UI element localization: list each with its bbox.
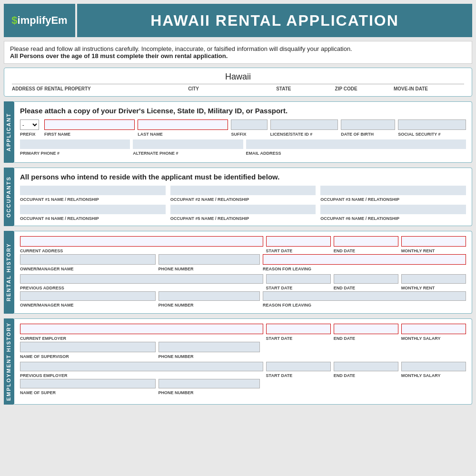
occ5-input[interactable] <box>170 205 316 214</box>
curr-start-label: START DATE <box>266 248 331 253</box>
occ6-input[interactable] <box>320 205 466 214</box>
prev-phone-group: PHONE NUMBER <box>159 291 260 307</box>
current-address-row: CURRENT ADDRESS START DATE END DATE MONT… <box>20 236 466 253</box>
firstname-group: FIRST NAME <box>44 119 135 137</box>
prev-phone-label: PHONE NUMBER <box>159 303 260 307</box>
prev-addr-input[interactable] <box>20 274 263 284</box>
logo-box: $implifyEm <box>4 4 75 37</box>
occ3-input[interactable] <box>320 186 466 195</box>
movein-label: MOVE-IN DATE <box>394 86 464 91</box>
prev-emp-group: PREVIOUS EMPLOYER <box>20 362 263 378</box>
applicant-section: APPLICANT Please attach a copy of your D… <box>4 101 472 163</box>
super-phone-input[interactable] <box>159 342 260 352</box>
curr-addr-label: CURRENT ADDRESS <box>20 248 263 253</box>
prev-reason-label: REASON FOR LEAVING <box>263 303 466 307</box>
applicant-side-label: APPLICANT <box>4 101 14 163</box>
prev-owner-group: OWNER/MANAGER NAME <box>20 291 156 307</box>
lastname-label: LAST NAME <box>138 132 228 137</box>
prev-emp-end-label: END DATE <box>334 373 398 378</box>
prev-owner-input[interactable] <box>20 291 156 301</box>
prev-reason-input[interactable] <box>263 291 466 301</box>
dob-label: DATE OF BIRTH <box>341 132 395 137</box>
occ2-input[interactable] <box>170 186 316 195</box>
owner-row: OWNER/MANAGER NAME PHONE NUMBER REASON F… <box>20 254 466 271</box>
phone-input[interactable] <box>159 254 260 265</box>
emp-salary-input[interactable] <box>401 324 466 334</box>
super-group: NAME OF SUPERVISOR <box>20 342 156 359</box>
prev-super-phone-label: PHONE NUMBER <box>159 390 260 395</box>
super-input[interactable] <box>20 342 156 352</box>
owner-input[interactable] <box>20 254 156 265</box>
emp-start-input[interactable] <box>266 324 331 334</box>
emp-end-input[interactable] <box>334 324 398 334</box>
prev-end-label: END DATE <box>334 286 398 290</box>
curr-addr-group: CURRENT ADDRESS <box>20 236 263 253</box>
dob-input[interactable] <box>341 119 395 130</box>
prev-end-input[interactable] <box>334 274 398 284</box>
prev-super-phone-input[interactable] <box>159 379 260 388</box>
prefix-select[interactable]: - Mr. Ms. Mrs. Dr. <box>20 119 39 130</box>
prev-owner-row: OWNER/MANAGER NAME PHONE NUMBER REASON F… <box>20 291 466 307</box>
prev-phone-input[interactable] <box>159 291 260 301</box>
licenseid-input[interactable] <box>270 119 338 130</box>
curr-addr-input[interactable] <box>20 236 263 247</box>
prev-start-group: START DATE <box>266 274 331 290</box>
title-box: HAWAII RENTAL APPLICATION <box>77 4 472 37</box>
occ4-label: OCCUPANT #4 NAME / RELATIONSHIP <box>20 216 166 221</box>
prev-rent-group: MONTHLY RENT <box>401 274 466 290</box>
occupants-side-label: OCCUPANTS <box>4 168 14 226</box>
zip-label: ZIP CODE <box>335 86 394 91</box>
suffix-input[interactable] <box>231 119 267 130</box>
prev-super-label: NAME OF SUPER <box>20 390 156 395</box>
prev-emp-label: PREVIOUS EMPLOYER <box>20 373 263 378</box>
curr-rent-label: MONTHLY RENT <box>401 248 466 253</box>
owner-label: OWNER/MANAGER NAME <box>20 267 156 271</box>
logo: $implifyEm <box>11 14 67 27</box>
occ4-input[interactable] <box>20 205 166 214</box>
primaryphone-input[interactable] <box>20 139 130 149</box>
supervisor-row: NAME OF SUPERVISOR PHONE NUMBER <box>20 342 466 359</box>
occupants-grid: OCCUPANT #1 NAME / RELATIONSHIP OCCUPANT… <box>20 186 466 221</box>
occ6-label: OCCUPANT #6 NAME / RELATIONSHIP <box>320 216 466 221</box>
email-input[interactable] <box>246 139 466 149</box>
super-phone-group: PHONE NUMBER <box>159 342 260 359</box>
ssn-input[interactable] <box>398 119 466 130</box>
occ3-group: OCCUPANT #3 NAME / RELATIONSHIP <box>320 186 466 202</box>
prev-emp-end-input[interactable] <box>334 362 398 371</box>
occ3-label: OCCUPANT #3 NAME / RELATIONSHIP <box>320 197 466 202</box>
curr-rent-input[interactable] <box>401 236 466 247</box>
prev-start-input[interactable] <box>266 274 331 284</box>
page-title: HAWAII RENTAL APPLICATION <box>150 12 399 30</box>
occ1-input[interactable] <box>20 186 166 195</box>
firstname-input[interactable] <box>44 119 135 130</box>
lastname-input[interactable] <box>138 119 228 130</box>
prev-super-input[interactable] <box>20 379 156 388</box>
applicant-heading: Please attach a copy of your Driver's Li… <box>20 107 466 115</box>
occ2-group: OCCUPANT #2 NAME / RELATIONSHIP <box>170 186 316 202</box>
altphone-input[interactable] <box>133 139 243 149</box>
email-label: EMAIL ADDRESS <box>246 151 466 156</box>
curr-emp-label: CURRENT EMPLOYER <box>20 336 263 341</box>
curr-end-input[interactable] <box>334 236 398 247</box>
dollar-sign: $ <box>11 14 17 26</box>
emp-salary-group: MONTHLY SALARY <box>401 324 466 341</box>
prev-employer-row: PREVIOUS EMPLOYER START DATE END DATE MO… <box>20 362 466 378</box>
prev-emp-start-input[interactable] <box>266 362 331 371</box>
prev-emp-salary-input[interactable] <box>401 362 466 371</box>
prev-emp-input[interactable] <box>20 362 263 371</box>
rental-history-side-label: RENTAL HISTORY <box>4 231 14 314</box>
lastname-group: LAST NAME <box>138 119 228 137</box>
curr-emp-input[interactable] <box>20 324 263 334</box>
employment-history-section: EMPLOYMENT HISTORY CURRENT EMPLOYER STAR… <box>4 318 472 405</box>
prev-rent-input[interactable] <box>401 274 466 284</box>
reason-input[interactable] <box>263 254 466 265</box>
curr-start-input[interactable] <box>266 236 331 247</box>
curr-start-group: START DATE <box>266 236 331 253</box>
occ1-group: OCCUPANT #1 NAME / RELATIONSHIP <box>20 186 166 202</box>
employment-history-content: CURRENT EMPLOYER START DATE END DATE MON… <box>14 318 472 405</box>
prev-emp-salary-group: MONTHLY SALARY <box>401 362 466 378</box>
prev-address-row: PREVIOUS ADDRESS START DATE END DATE MON… <box>20 274 466 290</box>
prev-owner-label: OWNER/MANAGER NAME <box>20 303 156 307</box>
curr-rent-group: MONTHLY RENT <box>401 236 466 253</box>
disclaimer-line2: All Persons over the age of 18 must comp… <box>10 52 228 60</box>
